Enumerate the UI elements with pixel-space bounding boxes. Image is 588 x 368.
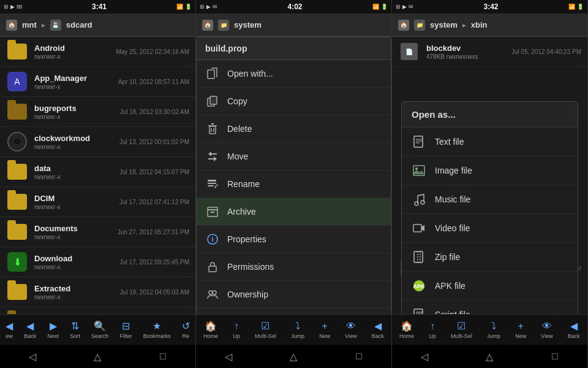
toolbar-new-btn-3[interactable]: +New — [515, 321, 526, 339]
copy-label: Copy — [227, 96, 247, 106]
breadcrumb-xbin: xbin — [471, 20, 488, 29]
home-nav-btn[interactable]: △ — [88, 350, 107, 363]
toolbar-jump-btn[interactable]: ⤵Jump — [291, 321, 304, 339]
folder-icon — [6, 221, 28, 243]
open-as-text-file[interactable]: Text file — [402, 128, 578, 156]
toolbar-home-btn-3[interactable]: 🏠Home — [399, 320, 414, 339]
script-file-icon — [410, 306, 428, 314]
toolbar-new-btn[interactable]: +New — [319, 321, 330, 339]
toolbar-re-btn[interactable]: ↺Re — [182, 320, 190, 339]
open-as-zip-file[interactable]: Zip file — [402, 243, 578, 272]
recents-nav-btn-3[interactable]: □ — [546, 350, 564, 363]
context-delete[interactable]: Delete — [197, 115, 391, 143]
context-open-with[interactable]: Open with... — [197, 60, 391, 88]
status-bar-2: ⊞▶✉ 4:02 📶🔋 — [196, 0, 391, 13]
file-info: Extracted rwxrwxr-x — [34, 284, 117, 301]
move-icon — [205, 149, 220, 164]
open-as-music-file[interactable]: Music file — [402, 185, 578, 214]
properties-label: Properties — [227, 234, 266, 244]
recents-nav-btn[interactable]: □ — [154, 350, 172, 363]
status-time-1: 3:41 — [92, 2, 107, 11]
toolbar-home-btn[interactable]: 🏠Home — [203, 320, 218, 339]
list-item[interactable]: data rwxrwxr-x Jul 18, 2012 04:15:07 PM — [0, 157, 195, 187]
context-rename[interactable]: Rename — [197, 171, 391, 198]
status-left-icons: ⊞▶✉ — [4, 3, 22, 11]
home-nav-btn-3[interactable]: △ — [480, 350, 499, 363]
file-info: Android rwxrwxr-x — [34, 44, 113, 60]
status-bar-1: ⊞▶✉ 3:41 📶🔋 — [0, 0, 195, 13]
toolbar-back-btn[interactable]: ◀ew — [6, 320, 13, 339]
context-permissions[interactable]: Permissions — [197, 253, 391, 281]
recents-nav-btn-2[interactable]: □ — [350, 350, 368, 363]
permissions-icon — [205, 259, 220, 274]
ownership-icon — [205, 287, 220, 302]
toolbar-search-btn[interactable]: 🔍Search — [91, 320, 109, 339]
apk-file-label: APK file — [435, 281, 466, 291]
toolbar-next-btn[interactable]: ▶Next — [47, 320, 59, 339]
image-file-icon — [410, 162, 428, 179]
list-item[interactable]: Android rwxrwxr-x May 25, 2012 02:34:16 … — [0, 37, 195, 67]
properties-icon: i — [205, 232, 220, 247]
list-item[interactable]: DCIM rwxrwxr-x Jul 17, 2012 07:41:12 PM — [0, 187, 195, 217]
breadcrumb-system-3: system — [430, 20, 458, 29]
context-properties[interactable]: i Properties — [197, 226, 391, 253]
svg-rect-3 — [209, 126, 216, 134]
toolbar-bookmarks-btn[interactable]: ★Bookmarks — [143, 320, 171, 339]
open-with-label: Open with... — [227, 69, 273, 79]
svg-rect-34 — [414, 309, 423, 314]
list-item[interactable]: A App_Manager rwxrwxr-x Apr 10, 2012 08:… — [0, 67, 195, 97]
open-as-image-file[interactable]: Image file — [402, 156, 578, 185]
toolbar-view-btn[interactable]: 👁View — [345, 321, 356, 339]
toolbar-multisel-btn-3[interactable]: ☑Multi-Sel — [451, 320, 472, 339]
toolbar-back-btn-2[interactable]: ◀Back — [372, 320, 384, 339]
svg-rect-2 — [210, 96, 217, 104]
toolbar-up-btn-3[interactable]: ↑Up — [429, 321, 436, 339]
list-item[interactable]: gospel-library Jun 17, 2012 11:33:26 AM — [0, 307, 195, 314]
move-label: Move — [227, 151, 248, 161]
file-info: Documents rwxrwxr-x — [34, 224, 115, 240]
toolbar-sort-btn[interactable]: ⇅Sort — [70, 320, 80, 339]
list-item[interactable]: bugreports rwxrwxr-x Jul 18, 2012 03:30:… — [0, 97, 195, 127]
toolbar-multisel-btn[interactable]: ☑Multi-Sel — [255, 320, 276, 339]
open-as-video-file[interactable]: Video file — [402, 214, 578, 243]
back-nav-btn[interactable]: ◁ — [23, 350, 42, 363]
list-item[interactable]: Extracted rwxrwxr-x Jul 18, 2012 04:05:0… — [0, 277, 195, 307]
delete-label: Delete — [227, 124, 252, 134]
list-item-blockdev: 📄 blockdev 478KB rwxrwxrwxs Jul 05, 2012… — [392, 37, 587, 67]
context-menu-header: build.prop — [197, 37, 391, 60]
folder-icon — [6, 40, 28, 63]
toolbar-view-btn-3[interactable]: 👁View — [541, 321, 552, 339]
context-move[interactable]: Move — [197, 143, 391, 171]
context-archive[interactable]: Archive — [197, 198, 391, 226]
breadcrumb-mnt: mnt — [22, 20, 37, 29]
context-copy[interactable]: Copy — [197, 88, 391, 115]
toolbar-back-btn-3[interactable]: ◀Back — [568, 320, 580, 339]
home-nav-btn-2[interactable]: △ — [284, 350, 303, 363]
open-as-apk-file[interactable]: APK APK file — [402, 272, 578, 301]
folder-icon — [6, 281, 28, 303]
list-item[interactable]: ⬇ Download rwxrwxr-x Jul 17, 2012 09:25:… — [0, 247, 195, 277]
breadcrumb-system: system — [234, 20, 262, 29]
open-as-script-file[interactable]: Script file — [402, 301, 578, 314]
context-ownership[interactable]: Ownership — [197, 281, 391, 309]
list-item[interactable]: ⚙ clockworkmod rwxrwxr-x Jul 13, 2012 00… — [0, 127, 195, 157]
svg-rect-16 — [209, 266, 216, 272]
back-nav-btn-3[interactable]: ◁ — [415, 350, 434, 363]
sys-nav-3: ◁ △ □ — [392, 345, 587, 368]
status-right-icons-1: 📶🔋 — [176, 4, 192, 10]
back-nav-btn-2[interactable]: ◁ — [219, 350, 238, 363]
context-menu: build.prop Open with... Copy — [196, 37, 391, 314]
status-left-2: ⊞▶✉ — [200, 4, 217, 10]
folder-icon — [6, 161, 28, 183]
title-bar-2: 🏠 📁 system — [196, 13, 391, 37]
toolbar-up-btn[interactable]: ↑Up — [233, 321, 240, 339]
toolbar-jump-btn-3[interactable]: ⤵Jump — [487, 321, 500, 339]
archive-icon — [205, 204, 220, 219]
toolbar-back-btn[interactable]: ◀Back — [24, 320, 36, 339]
svg-point-17 — [209, 291, 213, 294]
svg-text:APK: APK — [413, 283, 425, 289]
context-create-shortcut[interactable]: Create shortcut — [197, 309, 391, 314]
status-left-3: ⊞▶✉ — [396, 4, 413, 10]
toolbar-filter-btn[interactable]: ⊟Filter — [120, 320, 132, 339]
list-item[interactable]: Documents rwxrwxr-x Jun 27, 2012 05:27:3… — [0, 217, 195, 247]
